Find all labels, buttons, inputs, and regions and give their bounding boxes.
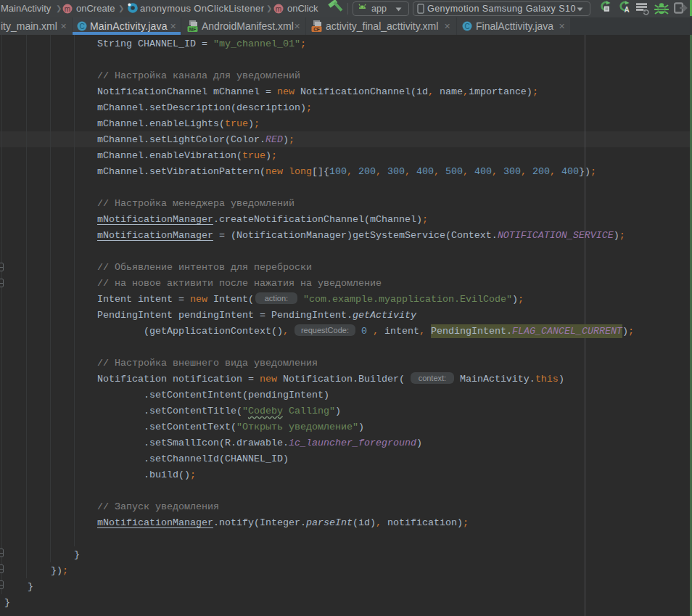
svg-text:m: m xyxy=(276,5,281,13)
svg-text:A: A xyxy=(624,6,629,14)
svg-text:C: C xyxy=(464,22,469,30)
svg-text:m: m xyxy=(65,5,70,13)
svg-text:C: C xyxy=(79,22,84,30)
svg-text:MF: MF xyxy=(189,27,196,32)
svg-text:CF: CF xyxy=(313,27,320,32)
